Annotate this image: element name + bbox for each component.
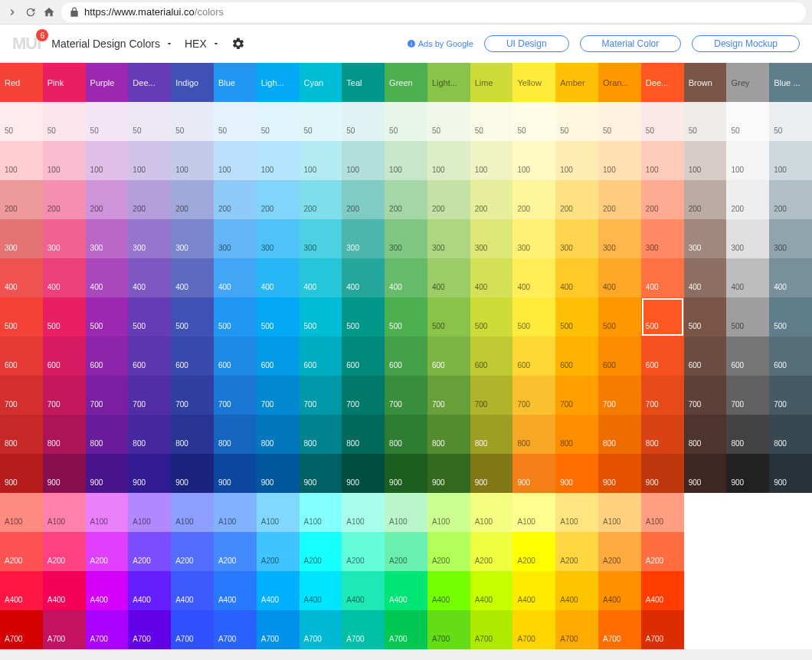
swatch-teal-A200[interactable]: A200 [342,532,385,571]
swatch-cyan-300[interactable]: 300 [300,219,342,258]
swatch-yellow-A400[interactable]: A400 [512,571,555,610]
swatch-pink-500[interactable]: 500 [43,297,86,337]
logo[interactable]: MUI 6 [12,34,41,54]
swatch-cyan-A100[interactable]: A100 [300,493,342,532]
swatch-purple-400[interactable]: 400 [86,258,129,297]
swatch-teal-A100[interactable]: A100 [342,493,385,532]
swatch-red-600[interactable]: 600 [0,337,43,376]
swatch-indigo-500[interactable]: 500 [171,297,214,337]
swatch-red-500[interactable]: 500 [0,297,43,337]
swatch-light-blue-400[interactable]: 400 [257,258,300,297]
swatch-green-A700[interactable]: A700 [385,610,427,649]
swatch-grey-400[interactable]: 400 [726,258,769,297]
format-dropdown[interactable]: HEX [185,38,221,50]
swatch-indigo-50[interactable]: 50 [171,102,214,141]
swatch-deep-purple-300[interactable]: 300 [128,219,171,258]
swatch-deep-purple-100[interactable]: 100 [128,141,171,180]
swatch-teal-100[interactable]: 100 [342,141,385,180]
swatch-indigo-A700[interactable]: A700 [171,610,214,649]
settings-button[interactable] [231,37,245,51]
swatch-blue-grey-600[interactable]: 600 [769,337,812,376]
color-header-lime[interactable]: Lime [470,63,513,102]
swatch-brown-50[interactable]: 50 [684,102,727,141]
swatch-amber-900[interactable]: 900 [555,454,598,493]
ads-label[interactable]: Ads by Google [407,39,473,48]
swatch-blue-400[interactable]: 400 [214,258,257,297]
swatch-deep-purple-200[interactable]: 200 [128,180,171,219]
swatch-light-green-500[interactable]: 500 [427,297,470,337]
swatch-yellow-300[interactable]: 300 [512,219,555,258]
swatch-grey-900[interactable]: 900 [726,454,769,493]
swatch-light-blue-A200[interactable]: A200 [257,532,300,571]
swatch-amber-100[interactable]: 100 [555,141,598,180]
swatch-light-green-A200[interactable]: A200 [427,532,470,571]
swatch-lime-700[interactable]: 700 [470,376,513,415]
color-header-cyan[interactable]: Cyan [300,63,342,102]
swatch-purple-800[interactable]: 800 [86,415,129,454]
swatch-cyan-500[interactable]: 500 [300,297,342,337]
swatch-blue-A700[interactable]: A700 [214,610,257,649]
swatch-deep-purple-400[interactable]: 400 [128,258,171,297]
swatch-light-blue-A400[interactable]: A400 [257,571,300,610]
swatch-pink-400[interactable]: 400 [43,258,86,297]
swatch-yellow-500[interactable]: 500 [512,297,555,337]
swatch-teal-A700[interactable]: A700 [342,610,385,649]
swatch-orange-200[interactable]: 200 [598,180,641,219]
swatch-blue-300[interactable]: 300 [214,219,257,258]
swatch-light-blue-800[interactable]: 800 [257,415,300,454]
swatch-blue-grey-200[interactable]: 200 [769,180,812,219]
color-header-deep-orange[interactable]: Dee... [641,63,684,102]
swatch-lime-100[interactable]: 100 [470,141,513,180]
swatch-blue-700[interactable]: 700 [214,376,257,415]
swatch-deep-orange-100[interactable]: 100 [641,141,684,180]
swatch-deep-orange-50[interactable]: 50 [641,102,684,141]
swatch-orange-100[interactable]: 100 [598,141,641,180]
swatch-teal-800[interactable]: 800 [342,415,385,454]
swatch-cyan-50[interactable]: 50 [300,102,342,141]
swatch-red-400[interactable]: 400 [0,258,43,297]
swatch-red-A200[interactable]: A200 [0,532,43,571]
swatch-yellow-A700[interactable]: A700 [512,610,555,649]
swatch-orange-A200[interactable]: A200 [598,532,641,571]
swatch-blue-grey-100[interactable]: 100 [769,141,812,180]
swatch-teal-500[interactable]: 500 [342,297,385,337]
swatch-yellow-100[interactable]: 100 [512,141,555,180]
swatch-pink-A100[interactable]: A100 [43,493,86,532]
swatch-light-blue-A100[interactable]: A100 [257,493,300,532]
swatch-blue-600[interactable]: 600 [214,337,257,376]
swatch-blue-grey-900[interactable]: 900 [769,454,812,493]
swatch-indigo-700[interactable]: 700 [171,376,214,415]
swatch-yellow-900[interactable]: 900 [512,454,555,493]
swatch-purple-500[interactable]: 500 [86,297,129,337]
swatch-cyan-A700[interactable]: A700 [300,610,342,649]
swatch-orange-A100[interactable]: A100 [598,493,641,532]
swatch-pink-50[interactable]: 50 [43,102,86,141]
swatch-pink-800[interactable]: 800 [43,415,86,454]
swatch-cyan-700[interactable]: 700 [300,376,342,415]
swatch-red-800[interactable]: 800 [0,415,43,454]
swatch-yellow-700[interactable]: 700 [512,376,555,415]
swatch-grey-300[interactable]: 300 [726,219,769,258]
swatch-pink-200[interactable]: 200 [43,180,86,219]
swatch-brown-500[interactable]: 500 [684,297,727,337]
swatch-deep-orange-800[interactable]: 800 [641,415,684,454]
swatch-red-300[interactable]: 300 [0,219,43,258]
swatch-teal-400[interactable]: 400 [342,258,385,297]
swatch-pink-A200[interactable]: A200 [43,532,86,571]
swatch-light-green-200[interactable]: 200 [427,180,470,219]
swatch-deep-orange-A400[interactable]: A400 [641,571,684,610]
swatch-light-blue-300[interactable]: 300 [257,219,300,258]
swatch-red-A400[interactable]: A400 [0,571,43,610]
swatch-red-A700[interactable]: A700 [0,610,43,649]
swatch-light-green-A700[interactable]: A700 [427,610,470,649]
swatch-green-700[interactable]: 700 [385,376,427,415]
swatch-purple-A200[interactable]: A200 [86,532,129,571]
swatch-pink-A400[interactable]: A400 [43,571,86,610]
swatch-green-300[interactable]: 300 [385,219,427,258]
swatch-red-200[interactable]: 200 [0,180,43,219]
swatch-purple-A400[interactable]: A400 [86,571,129,610]
swatch-orange-400[interactable]: 400 [598,258,641,297]
title-dropdown[interactable]: Material Design Colors [51,38,174,50]
swatch-red-700[interactable]: 700 [0,376,43,415]
swatch-green-800[interactable]: 800 [385,415,427,454]
